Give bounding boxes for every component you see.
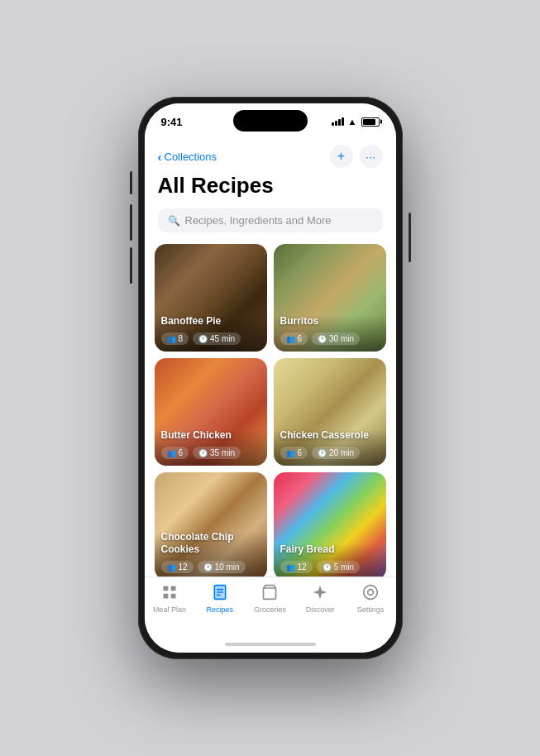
- recipe-meta-chocolate-chip-cookies: 👥 12 🕐 10 min: [161, 561, 260, 573]
- recipes-grid: Banoffee Pie 👥 8 🕐 45 min Burritos 👥 6: [145, 239, 396, 577]
- phone-screen: 9:41 ▲ ‹ Collections: [145, 103, 396, 653]
- recipe-card-chocolate-chip-cookies[interactable]: Chocolate Chip Cookies 👥 12 🕐 10 min: [155, 472, 267, 577]
- home-indicator: [145, 636, 396, 653]
- page-title-section: All Recipes: [145, 171, 396, 205]
- recipe-time-burritos: 30 min: [329, 334, 354, 343]
- people-icon: 👥: [286, 563, 295, 572]
- recipe-name-fairy-bread: Fairy Bread: [280, 543, 380, 557]
- recipe-overlay-chocolate-chip-cookies: Chocolate Chip Cookies 👥 12 🕐 10 min: [155, 531, 267, 577]
- status-bar: 9:41 ▲: [145, 103, 396, 140]
- add-button[interactable]: +: [330, 145, 353, 168]
- recipe-servings-fairy-bread: 12: [298, 562, 307, 572]
- recipe-time-badge-banoffee-pie: 🕐 45 min: [193, 333, 241, 345]
- svg-rect-0: [163, 586, 168, 591]
- tab-icon-meal-plan: [161, 584, 178, 603]
- recipe-meta-butter-chicken: 👥 6 🕐 35 min: [161, 447, 260, 459]
- recipe-time-badge-butter-chicken: 🕐 35 min: [193, 447, 241, 459]
- clock-icon: 🕐: [198, 335, 208, 343]
- svg-rect-3: [171, 594, 176, 599]
- tab-label-recipes: Recipes: [206, 605, 233, 614]
- clock-icon: 🕐: [318, 449, 327, 457]
- tab-label-meal-plan: Meal Plan: [153, 605, 186, 614]
- tab-icon-groceries: [261, 584, 278, 603]
- tab-discover[interactable]: Discover: [295, 584, 346, 614]
- navigation-bar: ‹ Collections + ···: [145, 140, 396, 171]
- tab-label-groceries: Groceries: [254, 605, 286, 614]
- status-icons: ▲: [332, 117, 380, 127]
- recipe-meta-fairy-bread: 👥 12 🕐 5 min: [280, 561, 380, 573]
- recipe-servings-chicken-casserole: 6: [298, 448, 303, 457]
- people-icon: 👥: [286, 449, 295, 457]
- search-bar[interactable]: 🔍 Recipes, Ingredients and More: [158, 208, 383, 232]
- recipe-overlay-chicken-casserole: Chicken Casserole 👥 6 🕐 20 min: [274, 429, 386, 466]
- recipe-servings-butter-chicken: 6: [179, 448, 184, 457]
- recipe-name-banoffee-pie: Banoffee Pie: [161, 315, 260, 328]
- tab-label-discover: Discover: [306, 605, 335, 614]
- clock-icon: 🕐: [198, 449, 208, 457]
- plus-icon: +: [337, 150, 345, 163]
- tab-icon-settings: [362, 584, 379, 603]
- search-icon: 🔍: [168, 215, 180, 227]
- recipe-card-burritos[interactable]: Burritos 👥 6 🕐 30 min: [274, 244, 386, 352]
- recipe-meta-chicken-casserole: 👥 6 🕐 20 min: [280, 447, 380, 459]
- recipe-overlay-burritos: Burritos 👥 6 🕐 30 min: [274, 315, 386, 352]
- nav-actions: + ···: [330, 145, 383, 168]
- back-label: Collections: [165, 151, 217, 163]
- recipe-name-chicken-casserole: Chicken Casserole: [280, 429, 380, 443]
- clock-icon: 🕐: [318, 335, 327, 343]
- page-title: All Recipes: [158, 173, 383, 199]
- recipe-servings-badge-chocolate-chip-cookies: 👥 12: [161, 561, 194, 573]
- recipe-servings-banoffee-pie: 8: [179, 334, 184, 343]
- svg-point-12: [368, 590, 374, 596]
- recipe-servings-badge-fairy-bread: 👥 12: [280, 561, 313, 573]
- ellipsis-icon: ···: [366, 151, 375, 163]
- recipe-servings-burritos: 6: [298, 334, 303, 343]
- svg-marker-10: [313, 586, 327, 600]
- back-button[interactable]: ‹ Collections: [158, 150, 217, 164]
- recipe-time-butter-chicken: 35 min: [210, 448, 235, 457]
- wifi-icon: ▲: [348, 117, 357, 127]
- recipe-meta-banoffee-pie: 👥 8 🕐 45 min: [161, 333, 260, 345]
- dynamic-island: [233, 110, 308, 132]
- svg-point-11: [364, 586, 378, 600]
- recipe-overlay-butter-chicken: Butter Chicken 👥 6 🕐 35 min: [155, 429, 267, 466]
- signal-icon: [332, 117, 344, 126]
- tab-settings[interactable]: Settings: [346, 584, 396, 614]
- people-icon: 👥: [167, 563, 176, 572]
- recipe-time-chicken-casserole: 20 min: [329, 448, 354, 457]
- chevron-left-icon: ‹: [158, 150, 162, 164]
- clock-icon: 🕐: [203, 563, 213, 572]
- recipe-meta-burritos: 👥 6 🕐 30 min: [280, 333, 380, 345]
- phone-frame: 9:41 ▲ ‹ Collections: [138, 97, 403, 659]
- recipe-card-fairy-bread[interactable]: Fairy Bread 👥 12 🕐 5 min: [274, 472, 386, 577]
- svg-rect-1: [171, 586, 176, 591]
- search-section: 🔍 Recipes, Ingredients and More: [145, 205, 396, 239]
- recipe-time-badge-chicken-casserole: 🕐 20 min: [312, 447, 360, 459]
- recipe-overlay-banoffee-pie: Banoffee Pie 👥 8 🕐 45 min: [155, 315, 267, 352]
- recipe-card-butter-chicken[interactable]: Butter Chicken 👥 6 🕐 35 min: [155, 358, 267, 466]
- recipe-servings-chocolate-chip-cookies: 12: [179, 562, 188, 572]
- tab-icon-discover: [312, 584, 328, 603]
- recipe-overlay-fairy-bread: Fairy Bread 👥 12 🕐 5 min: [274, 543, 386, 577]
- recipe-name-chocolate-chip-cookies: Chocolate Chip Cookies: [161, 531, 260, 557]
- recipe-time-badge-fairy-bread: 🕐 5 min: [317, 561, 360, 573]
- recipe-time-badge-burritos: 🕐 30 min: [312, 333, 360, 345]
- svg-rect-2: [163, 594, 168, 599]
- recipe-card-banoffee-pie[interactable]: Banoffee Pie 👥 8 🕐 45 min: [155, 244, 267, 352]
- recipe-servings-badge-banoffee-pie: 👥 8: [161, 333, 189, 345]
- recipe-time-banoffee-pie: 45 min: [210, 334, 235, 343]
- more-button[interactable]: ···: [360, 145, 383, 168]
- tab-recipes[interactable]: Recipes: [194, 584, 245, 614]
- recipe-name-butter-chicken: Butter Chicken: [161, 429, 260, 443]
- tab-groceries[interactable]: Groceries: [245, 584, 295, 614]
- recipe-name-burritos: Burritos: [280, 315, 380, 328]
- clock-icon: 🕐: [323, 563, 332, 572]
- recipe-card-chicken-casserole[interactable]: Chicken Casserole 👥 6 🕐 20 min: [274, 358, 386, 466]
- status-time: 9:41: [161, 116, 183, 128]
- recipe-servings-badge-butter-chicken: 👥 6: [161, 447, 189, 459]
- tab-meal-plan[interactable]: Meal Plan: [145, 584, 195, 614]
- search-placeholder: Recipes, Ingredients and More: [185, 214, 332, 227]
- people-icon: 👥: [167, 335, 176, 343]
- tab-label-settings: Settings: [357, 605, 385, 614]
- battery-icon: [361, 117, 380, 127]
